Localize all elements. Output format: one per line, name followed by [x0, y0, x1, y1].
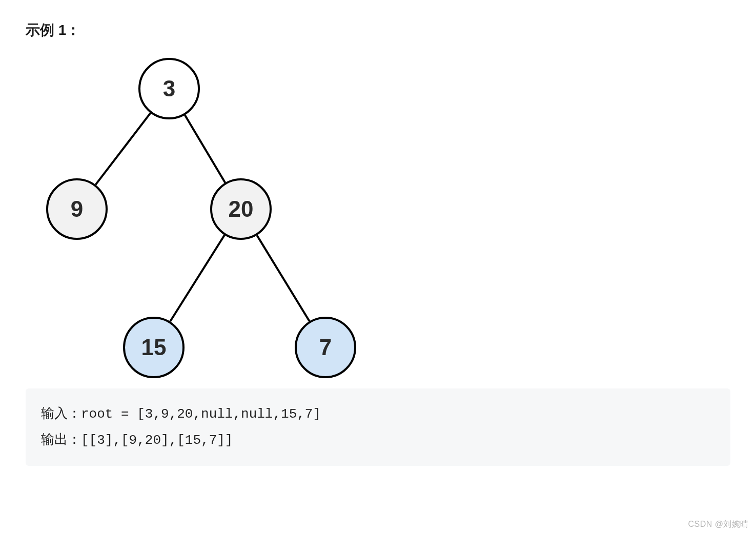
tree-edge	[185, 115, 226, 183]
output-label: 输出：	[41, 432, 81, 447]
tree-edge	[257, 235, 309, 321]
example-heading: 示例 1：	[26, 20, 730, 40]
tree-edge	[170, 235, 224, 321]
example-code-block: 输入：root = [3,9,20,null,null,15,7] 输出：[[3…	[26, 388, 730, 466]
input-label: 输入：	[41, 405, 81, 421]
tree-node-9: 9	[46, 178, 108, 240]
watermark: CSDN @刘婉晴	[688, 519, 749, 530]
tree-node-20: 20	[210, 178, 272, 240]
tree-node-15: 15	[123, 317, 185, 378]
input-value: root = [3,9,20,null,null,15,7]	[81, 406, 321, 422]
tree-edge	[95, 113, 150, 185]
tree-node-3: 3	[138, 58, 200, 119]
output-value: [[3],[9,20],[15,7]]	[81, 433, 233, 448]
tree-diagram: 3920157	[26, 50, 384, 388]
tree-node-7: 7	[295, 317, 356, 378]
